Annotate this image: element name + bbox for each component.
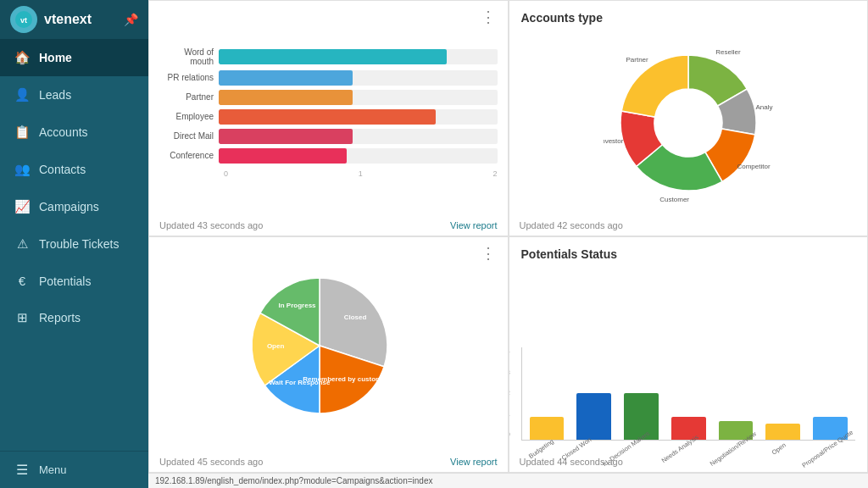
y-axis: 43210 bbox=[509, 347, 510, 440]
bar-track bbox=[219, 49, 498, 64]
home-icon: 🏠 bbox=[14, 50, 31, 65]
bar-row: Partner bbox=[159, 90, 498, 105]
sidebar-item-home-label: Home bbox=[39, 51, 72, 64]
potentials-bar-wrap bbox=[526, 347, 569, 440]
potentials-bar bbox=[765, 424, 800, 440]
pie-chart-view-report[interactable]: View report bbox=[450, 457, 497, 467]
bar-track bbox=[219, 70, 498, 86]
bar-chart-container: Word of mouth PR relations Partner Emplo… bbox=[149, 1, 508, 217]
donut-label: Competitor bbox=[737, 162, 770, 169]
pie-chart-footer: Updated 45 seconds ago View report bbox=[149, 453, 508, 472]
content-area: ⋮ Word of mouth PR relations Partner Emp… bbox=[148, 0, 868, 473]
potentials-bar-wrap bbox=[572, 347, 615, 440]
bar-fill bbox=[219, 90, 353, 105]
sidebar-item-contacts[interactable]: 👥 Contacts bbox=[0, 151, 148, 188]
donut-label: Partner bbox=[626, 55, 648, 63]
potentials-bar-wrap bbox=[667, 347, 710, 440]
sidebar-item-potentials[interactable]: € Potentials bbox=[0, 263, 148, 299]
leads-icon: 👤 bbox=[14, 87, 31, 103]
pie-label: Wait For Response bbox=[270, 379, 331, 386]
bar-fill bbox=[219, 70, 353, 86]
sidebar-item-campaigns[interactable]: 📈 Campaigns bbox=[0, 188, 148, 225]
bar-row: Employee bbox=[159, 109, 498, 125]
bar-fill bbox=[219, 129, 353, 144]
bar-row: PR relations bbox=[159, 70, 498, 86]
pie-chart-updated: Updated 45 seconds ago bbox=[159, 457, 263, 467]
bar-label: Conference bbox=[159, 151, 219, 160]
bar-chart-menu-button[interactable]: ⋮ bbox=[477, 6, 499, 28]
donut-label: Reseller bbox=[715, 47, 741, 55]
bar-chart-footer: Updated 43 seconds ago View report bbox=[149, 217, 508, 236]
trouble-tickets-icon: ⚠ bbox=[14, 236, 31, 252]
potentials-bar-wrap bbox=[715, 347, 758, 440]
bar-chart-panel-header: ⋮ bbox=[469, 1, 508, 33]
sidebar-item-reports-label: Reports bbox=[39, 311, 81, 324]
potentials-icon: € bbox=[14, 274, 31, 288]
potentials-bar bbox=[671, 417, 706, 441]
bar-row: Direct Mail bbox=[159, 129, 498, 144]
potentials-bar-wrap bbox=[761, 347, 804, 440]
sidebar-item-home[interactable]: 🏠 Home bbox=[0, 39, 148, 76]
bar-row: Conference bbox=[159, 148, 498, 164]
potentials-status-panel: Potentials Status 43210 Budgeting Closed… bbox=[509, 236, 869, 473]
bar-label: Partner bbox=[159, 92, 219, 102]
sidebar-item-campaigns-label: Campaigns bbox=[39, 200, 99, 214]
bar-row: Word of mouth bbox=[159, 47, 498, 66]
bar-label: Word of mouth bbox=[159, 47, 219, 66]
sidebar-menu-footer[interactable]: ☰ Menu bbox=[0, 451, 148, 488]
menu-icon: ☰ bbox=[14, 462, 31, 478]
potentials-bar bbox=[576, 393, 611, 440]
donut-label: Analyst bbox=[755, 103, 773, 110]
pie-label: In Progress bbox=[279, 302, 317, 309]
donut-container: ResellerAnalystCompetitorCustomerInvesto… bbox=[509, 28, 868, 217]
sidebar-item-leads-label: Leads bbox=[39, 88, 71, 102]
x-label-wrap: Open bbox=[763, 444, 791, 453]
pie-label: Open bbox=[267, 342, 285, 350]
donut-chart: ResellerAnalystCompetitorCustomerInvesto… bbox=[604, 42, 773, 203]
pie-chart: ClosedRemembered by customerWait For Res… bbox=[235, 261, 421, 430]
pie-chart-panel-header: ⋮ bbox=[469, 237, 508, 269]
bar-axis: 012 bbox=[159, 169, 498, 178]
bar-label: Direct Mail bbox=[159, 131, 219, 141]
bar-track bbox=[219, 148, 498, 164]
bar-fill bbox=[219, 49, 447, 64]
bar-chart-updated: Updated 43 seconds ago bbox=[159, 220, 263, 230]
sidebar-item-potentials-label: Potentials bbox=[39, 274, 91, 288]
url-bar: 192.168.1.89/english_demo/index.php?modu… bbox=[148, 473, 868, 488]
contacts-icon: 👥 bbox=[14, 162, 31, 177]
x-label-wrap: Negotiation/Review bbox=[704, 444, 759, 453]
bar-chart-view-report[interactable]: View report bbox=[450, 220, 497, 230]
x-label-wrap: Proposal/Price Quote bbox=[795, 444, 855, 453]
reports-icon: ⊞ bbox=[14, 310, 31, 325]
accounts-type-updated: Updated 42 seconds ago bbox=[520, 220, 623, 230]
accounts-icon: 📋 bbox=[14, 125, 31, 140]
accounts-type-footer: Updated 42 seconds ago bbox=[509, 217, 868, 236]
donut-label: Investor bbox=[604, 137, 624, 145]
pie-label: Closed bbox=[344, 313, 367, 321]
pie-chart-menu-button[interactable]: ⋮ bbox=[477, 242, 499, 264]
x-label-wrap: Closed Won bbox=[557, 444, 592, 453]
sidebar-item-contacts-label: Contacts bbox=[39, 163, 86, 176]
sidebar-item-leads[interactable]: 👤 Leads bbox=[0, 76, 148, 114]
bar-fill bbox=[219, 109, 436, 125]
x-label-wrap: Needs Analysis bbox=[656, 444, 699, 453]
pin-icon: 📌 bbox=[124, 13, 138, 26]
bar-label: PR relations bbox=[159, 73, 219, 82]
sidebar-item-accounts-label: Accounts bbox=[39, 125, 88, 139]
bar-track bbox=[219, 90, 498, 105]
sidebar-header: vt vtenext 📌 bbox=[0, 0, 148, 39]
bar-label: Employee bbox=[159, 112, 219, 121]
sidebar-item-reports[interactable]: ⊞ Reports bbox=[0, 299, 148, 336]
sidebar-item-trouble-tickets[interactable]: ⚠ Trouble Tickets bbox=[0, 225, 148, 263]
potentials-bar-wrap bbox=[620, 347, 663, 440]
x-label-wrap: Budgeting bbox=[525, 444, 554, 453]
potentials-chart: 43210 bbox=[521, 347, 856, 441]
accounts-type-title: Accounts type bbox=[509, 1, 868, 28]
bar-track bbox=[219, 109, 498, 125]
sidebar-item-accounts[interactable]: 📋 Accounts bbox=[0, 114, 148, 151]
donut-segment bbox=[621, 55, 688, 117]
logo-circle: vt bbox=[10, 6, 37, 33]
logo-text: vtenext bbox=[44, 12, 92, 27]
potentials-container: 43210 Budgeting Closed Won Id. Decision … bbox=[509, 264, 868, 453]
accounts-type-panel: Accounts type ResellerAnalystCompetitorC… bbox=[509, 0, 869, 236]
